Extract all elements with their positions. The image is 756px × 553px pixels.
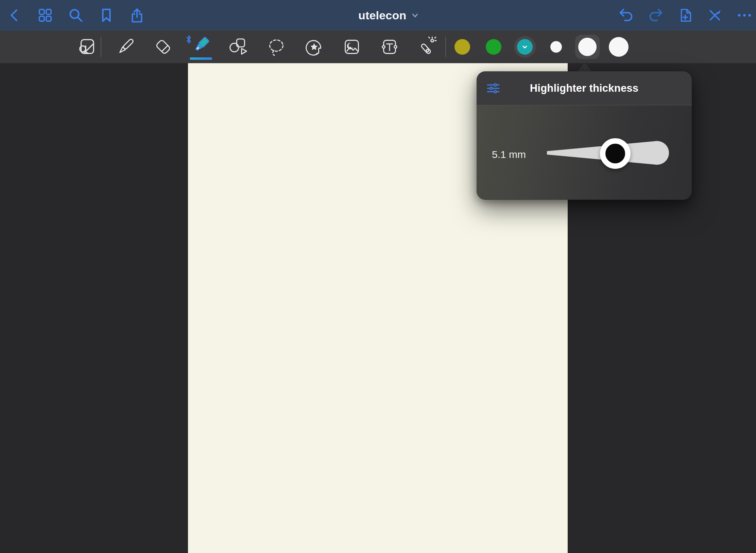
- thickness-slider-knob[interactable]: [600, 138, 631, 169]
- tool-elements[interactable]: [302, 33, 327, 60]
- selected-tool-underline: [190, 57, 212, 60]
- toolbar-divider-left: [101, 37, 101, 57]
- stop-writing-button[interactable]: [705, 4, 725, 26]
- topbar-right-group: [616, 0, 755, 31]
- top-navigation-bar: utelecon: [0, 0, 756, 31]
- popover-title: Highlighter thickness: [530, 82, 638, 94]
- yellow-color-dot: [454, 39, 470, 55]
- toolbar-divider-right: [445, 37, 446, 57]
- tool-highlighter[interactable]: [188, 33, 213, 60]
- redo-icon: [648, 7, 664, 23]
- title-chevron-down-icon: [411, 11, 419, 19]
- highlighter-thickness-popover: Highlighter thickness 5.1 mm: [477, 71, 692, 200]
- tool-eraser[interactable]: [151, 33, 176, 60]
- tool-laser-pointer[interactable]: [415, 33, 440, 60]
- thickness-preset-small[interactable]: [544, 33, 569, 60]
- thickness-small-dot: [550, 41, 562, 53]
- highlighter-icon: [190, 36, 211, 57]
- more-options-button[interactable]: [734, 4, 755, 26]
- tool-shapes[interactable]: [226, 33, 251, 60]
- grid-view-icon: [37, 7, 53, 23]
- undo-button[interactable]: [616, 4, 636, 26]
- back-chevron-icon: [7, 7, 22, 23]
- redo-button[interactable]: [646, 4, 666, 26]
- sliders-icon: [487, 83, 500, 94]
- bookmark-button[interactable]: [96, 4, 117, 26]
- undo-icon: [618, 7, 634, 23]
- tool-writing-mode[interactable]: [74, 33, 99, 60]
- color-swatch-yellow[interactable]: [450, 33, 475, 60]
- topbar-left-group: [4, 0, 148, 31]
- tool-pen[interactable]: [113, 33, 138, 60]
- laser-pointer-icon: [417, 36, 438, 57]
- elements-sticker-icon: [304, 36, 325, 57]
- pen-icon: [115, 36, 136, 57]
- green-color-dot: [486, 39, 501, 55]
- swatch-row: [450, 33, 631, 60]
- goodnotes-window: utelecon: [0, 0, 756, 553]
- thickness-value-label: 5.1 mm: [492, 149, 526, 160]
- popover-header: Highlighter thickness: [477, 71, 692, 105]
- tool-text[interactable]: [377, 33, 402, 60]
- bookmark-icon: [99, 7, 114, 23]
- document-title: utelecon: [358, 9, 406, 22]
- share-icon: [129, 7, 145, 23]
- bluetooth-icon: [186, 35, 192, 44]
- stop-writing-icon: [707, 7, 723, 23]
- add-page-icon: [677, 7, 693, 23]
- thickness-medium-dot: [578, 38, 597, 56]
- color-swatch-teal-selected[interactable]: [512, 33, 537, 60]
- thumbnails-button[interactable]: [34, 4, 56, 26]
- search-button[interactable]: [65, 4, 87, 26]
- tool-bar: [0, 31, 756, 63]
- tools-row: [113, 33, 440, 60]
- document-title-menu[interactable]: utelecon: [358, 0, 419, 31]
- swatch-chevron-down-icon: [521, 43, 528, 50]
- thickness-preset-large[interactable]: [606, 33, 631, 60]
- shapes-icon: [228, 36, 249, 57]
- back-button[interactable]: [4, 4, 25, 26]
- add-page-button[interactable]: [675, 4, 695, 26]
- tool-lasso[interactable]: [264, 33, 289, 60]
- thickness-preset-medium-selected[interactable]: [575, 33, 600, 60]
- lasso-icon: [266, 36, 287, 57]
- eraser-icon: [153, 36, 174, 57]
- text-icon: [379, 36, 400, 57]
- popover-body: 5.1 mm: [477, 105, 692, 199]
- share-button[interactable]: [126, 4, 148, 26]
- writing-mode-icon: [76, 36, 97, 57]
- color-swatch-green[interactable]: [481, 33, 506, 60]
- more-ellipsis-icon: [737, 7, 752, 23]
- tool-image[interactable]: [339, 33, 364, 60]
- search-icon: [68, 7, 84, 23]
- thickness-large-dot: [609, 37, 629, 57]
- image-icon: [341, 36, 362, 57]
